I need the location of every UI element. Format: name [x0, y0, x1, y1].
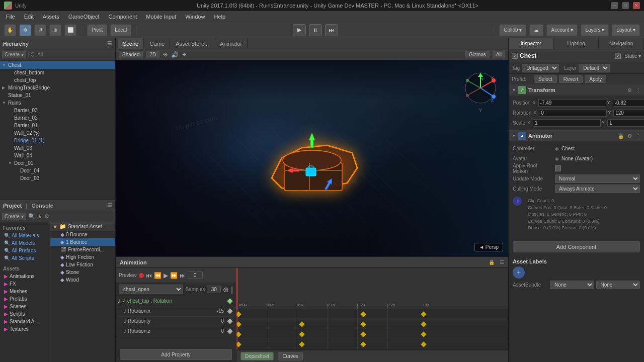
culling-mode-select[interactable]: Always Animate: [555, 185, 640, 193]
asset-wood-item[interactable]: ◆ Wood: [50, 276, 115, 284]
rect-tool-button[interactable]: ⬜: [64, 24, 76, 36]
timeline-track-rotation-parent[interactable]: [236, 309, 508, 319]
tag-select[interactable]: Untagged: [522, 64, 559, 72]
asset-lowfriction-item[interactable]: ◆ Low Friction: [50, 261, 115, 268]
menu-mobile-input[interactable]: Mobile Input: [142, 13, 180, 21]
layer-select[interactable]: Default: [579, 64, 610, 72]
fav-prefabs[interactable]: 🔍 All Prefabs: [0, 247, 50, 254]
hierarchy-item-statue[interactable]: Statue_01: [0, 92, 115, 99]
tab-scene[interactable]: Scene: [118, 38, 144, 49]
tab-game[interactable]: Game: [144, 38, 170, 49]
hierarchy-item-barrier2[interactable]: Barrier_02: [0, 114, 115, 122]
hierarchy-item-mining[interactable]: ▶ MiningTrackBridge: [0, 84, 115, 92]
hierarchy-item-barrier3[interactable]: Barrier_03: [0, 107, 115, 114]
anim-key-diamond-z[interactable]: [226, 327, 234, 335]
tab-inspector[interactable]: Inspector: [509, 38, 554, 49]
add-property-button[interactable]: Add Property: [120, 349, 232, 360]
hierarchy-item-chest[interactable]: ▼ Chest: [0, 61, 115, 69]
hierarchy-item-chest-bottom[interactable]: chest_bottom: [0, 69, 115, 76]
menu-edit[interactable]: Edit: [20, 13, 38, 21]
project-menu-icon[interactable]: ☰: [107, 202, 112, 209]
rotate-tool-button[interactable]: ↺: [34, 24, 46, 36]
persp-label[interactable]: ◄ Persp: [474, 243, 503, 251]
animator-header[interactable]: ▼ ▲ Animator 🔒 ⚙ ⋮: [509, 130, 644, 141]
hierarchy-item-wall3[interactable]: Wall_03: [0, 144, 115, 152]
hierarchy-item-wall2[interactable]: Wall_02 (5): [0, 129, 115, 137]
hand-tool-button[interactable]: ✋: [4, 24, 16, 36]
hierarchy-item-bridge1[interactable]: Bridge_01 (1): [0, 137, 115, 144]
scale-y-input[interactable]: [607, 119, 644, 127]
dopesheet-button[interactable]: Dopesheet: [240, 352, 274, 360]
step-forward-icon[interactable]: ⏩: [170, 272, 178, 279]
local-button[interactable]: Local: [110, 24, 131, 36]
fav-scripts[interactable]: 🔍 All Scripts: [0, 254, 50, 262]
asset-0bounce-item[interactable]: ◆ 0 Bounce: [50, 231, 115, 238]
asset-folder-fx[interactable]: ▶ FX: [0, 280, 50, 288]
gizmos-button[interactable]: Gizmos: [465, 51, 490, 58]
asset-folder-standard[interactable]: ▶ Standard A...: [0, 318, 50, 325]
asset-folder-anim[interactable]: ▶ Animations: [0, 273, 50, 280]
lights-icon[interactable]: ☀: [163, 51, 168, 58]
anim-key-diamond-parent[interactable]: [226, 297, 234, 305]
apply-root-checkbox[interactable]: [555, 165, 561, 171]
maximize-button[interactable]: □: [622, 2, 629, 9]
gizmo-widget[interactable]: Y X Z: [463, 70, 498, 106]
tab-navigation[interactable]: Navigation: [599, 38, 644, 49]
object-active-checkbox[interactable]: ✓: [512, 53, 518, 59]
layout-button[interactable]: Layout ▾: [612, 24, 640, 36]
asset-folder-scenes[interactable]: ▶ Scenes: [0, 303, 50, 310]
play-anim-button[interactable]: ▶: [164, 272, 168, 279]
window-controls[interactable]: ─ □ ✕: [611, 2, 640, 9]
timeline-track-rotation-z[interactable]: [236, 339, 508, 349]
account-button[interactable]: Account ▾: [546, 24, 578, 36]
all-button[interactable]: All: [493, 51, 505, 58]
menu-assets[interactable]: Assets: [39, 13, 63, 21]
asset-highfriction-item[interactable]: ◆ High Friction: [50, 253, 115, 261]
shading-button[interactable]: Shaded: [119, 51, 143, 58]
hierarchy-create-button[interactable]: Create ▾: [2, 51, 26, 58]
asset-standard-asset-item[interactable]: ▼ 📁 Standard Asset: [50, 222, 115, 231]
scale-tool-button[interactable]: ⊕: [49, 24, 61, 36]
animator-lock-icon[interactable]: 🔒: [618, 133, 624, 139]
anim-key-diamond-y[interactable]: [226, 317, 234, 325]
asset-stone-item[interactable]: ◆ Stone: [50, 268, 115, 276]
pause-button[interactable]: ⏸: [309, 24, 322, 36]
play-button[interactable]: ▶: [293, 24, 306, 36]
menu-gameobject[interactable]: GameObject: [64, 13, 104, 21]
hierarchy-menu-icon[interactable]: ☰: [107, 40, 112, 47]
effects-icon[interactable]: ✦: [182, 51, 187, 58]
anim-prop-rotation-z[interactable]: ♩ Rotation.z 0: [116, 326, 236, 336]
position-y-input[interactable]: [613, 99, 644, 107]
menu-component[interactable]: Component: [104, 13, 141, 21]
layers-button[interactable]: Layers ▾: [581, 24, 609, 36]
frame-input[interactable]: [188, 272, 203, 279]
move-tool-button[interactable]: ✥: [19, 24, 31, 36]
anim-prop-rotation-parent[interactable]: ♩ ✓ chest_top : Rotation: [116, 296, 236, 306]
prefab-select-button[interactable]: Select: [534, 75, 557, 83]
menu-window[interactable]: Window: [181, 13, 209, 21]
transform-settings-icon[interactable]: ⚙: [627, 87, 632, 93]
add-component-button[interactable]: Add Component: [513, 241, 640, 252]
hierarchy-item-barrier1[interactable]: Barrier_01: [0, 122, 115, 129]
audio-icon[interactable]: 🔊: [171, 51, 179, 58]
timeline-track-rotation-y[interactable]: [236, 329, 508, 339]
tab-lighting[interactable]: Lighting: [554, 38, 599, 49]
anim-menu-icon[interactable]: ☰: [500, 259, 504, 265]
cloud-button[interactable]: ☁: [529, 24, 543, 36]
transform-dot-menu[interactable]: ⋮: [636, 87, 641, 93]
position-x-input[interactable]: [538, 99, 606, 107]
timeline-track-rotation-x[interactable]: [236, 319, 508, 329]
minimize-button[interactable]: ─: [611, 2, 618, 9]
animator-settings-icon[interactable]: ⚙: [627, 133, 632, 139]
2d-button[interactable]: 2D: [146, 51, 159, 58]
hierarchy-item-door1[interactable]: ▼ Door_01: [0, 159, 115, 167]
hierarchy-item-door4[interactable]: Door_04: [0, 167, 115, 174]
project-create-button[interactable]: Create ▾: [2, 213, 26, 220]
step-button[interactable]: ⏭: [325, 24, 338, 36]
asset-1bounce-item[interactable]: ◆ 1 Bounce: [50, 238, 115, 246]
fav-materials[interactable]: 🔍 All Materials: [0, 232, 50, 239]
animator-dot-menu[interactable]: ⋮: [636, 133, 641, 139]
console-tab[interactable]: Console: [31, 203, 53, 209]
anim-lock-icon[interactable]: 🔒: [489, 259, 495, 265]
asset-folder-prefabs[interactable]: ▶ Prefabs: [0, 295, 50, 303]
